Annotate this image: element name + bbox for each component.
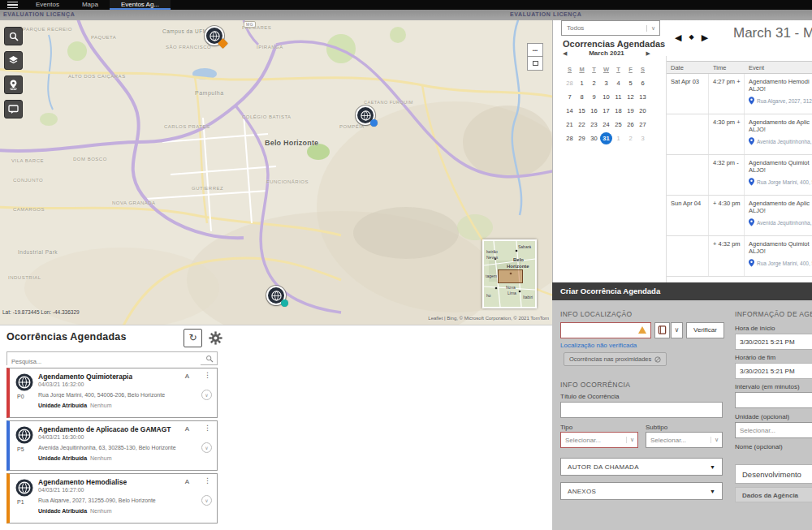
calendar-day-cell[interactable]: 12 bbox=[624, 91, 637, 103]
start-time-picker[interactable]: 3/30/2021 5:21 PM ∨ bbox=[735, 334, 812, 350]
occurrence-title: Agendamento Hemodialise bbox=[38, 478, 127, 486]
calendar-day-cell[interactable]: 26 bbox=[624, 118, 637, 131]
location-book-button[interactable] bbox=[654, 322, 670, 338]
calendar-day-cell[interactable]: 28 bbox=[564, 77, 576, 89]
location-dropdown-button[interactable]: ∨ bbox=[671, 322, 683, 338]
calendar-day-cell[interactable]: 27 bbox=[637, 118, 649, 131]
pin-icon bbox=[749, 259, 754, 267]
prev-range-icon[interactable]: ◀ bbox=[675, 32, 681, 43]
calendar-day-cell[interactable]: 14 bbox=[564, 105, 576, 117]
next-month-icon[interactable]: ▶ bbox=[646, 50, 650, 57]
attachments-section-toggle[interactable]: ANEXOS ▼ bbox=[560, 482, 723, 500]
calendar-day-cell[interactable]: 22 bbox=[576, 118, 588, 131]
agency-data-bar[interactable]: Dados da Agência bbox=[735, 487, 812, 502]
occurrence-title-input[interactable] bbox=[560, 402, 723, 418]
calendar-day-cell[interactable]: 31 bbox=[600, 132, 612, 144]
calendar-day-cell[interactable]: 11 bbox=[612, 91, 624, 103]
occurrence-card[interactable]: Agendamento Quimioterapia 04/03/21 16:32… bbox=[6, 368, 218, 418]
calendar-day-cell[interactable]: 9 bbox=[588, 91, 600, 103]
interval-input[interactable] bbox=[735, 392, 812, 408]
prev-month-icon[interactable]: ◀ bbox=[563, 50, 567, 57]
square-icon bbox=[533, 61, 538, 66]
calendar-day-cell[interactable]: 20 bbox=[637, 105, 649, 117]
calendar-day-cell[interactable]: 1 bbox=[576, 77, 588, 89]
event-time: + 4:32 pm bbox=[709, 236, 745, 276]
nav-tab[interactable]: Mapa bbox=[71, 0, 110, 10]
caller-section-toggle[interactable]: AUTOR DA CHAMADA ▼ bbox=[560, 458, 723, 476]
map-locate-button[interactable] bbox=[4, 75, 23, 94]
calendar-day-cell[interactable]: 21 bbox=[564, 118, 576, 131]
subtype-dropdown[interactable]: Selecionar... ∨ bbox=[646, 432, 723, 448]
nearby-occurrences-button[interactable]: Ocorrências nas proximidades bbox=[564, 352, 667, 366]
calendar-day-cell[interactable]: 30 bbox=[588, 132, 600, 144]
calendar-day-cell[interactable]: 15 bbox=[576, 105, 588, 117]
calendar-day-cell[interactable]: 8 bbox=[576, 91, 588, 103]
occurrence-map-marker[interactable] bbox=[356, 106, 375, 125]
overview-minimap[interactable]: Sabará beirão Neves Belo Horizonte tagem… bbox=[482, 239, 537, 308]
calendar-day-cell[interactable]: 17 bbox=[600, 105, 612, 117]
calendar-day-cell[interactable]: 18 bbox=[612, 105, 624, 117]
calendar-day-cell[interactable]: 28 bbox=[564, 132, 576, 144]
occurrence-title: Agendamento de Aplicacao de GAMAGT bbox=[38, 425, 171, 433]
calendar-day-cell[interactable]: 4 bbox=[612, 77, 624, 89]
location-not-verified-link[interactable]: Localização não verificada bbox=[560, 342, 637, 349]
map-place-label: Belo Horizonte bbox=[265, 139, 318, 147]
occurrence-card[interactable]: Agendamento de Aplicacao de GAMAGT 04/03… bbox=[6, 420, 218, 471]
verify-button[interactable]: Verificar bbox=[686, 322, 724, 338]
map-search-button[interactable] bbox=[4, 27, 23, 45]
calendar-day-cell[interactable]: 5 bbox=[624, 77, 637, 89]
calendar-day-cell[interactable]: 2 bbox=[588, 77, 600, 89]
occurrence-card[interactable]: Agendamento Hemodialise 04/03/21 16:27:0… bbox=[6, 473, 218, 524]
calendar-day-cell[interactable]: 6 bbox=[637, 77, 649, 89]
card-menu-icon[interactable]: ⋮ bbox=[204, 477, 211, 485]
occurrence-map-marker[interactable] bbox=[266, 286, 286, 305]
map-comment-button[interactable] bbox=[4, 100, 23, 118]
event-row[interactable]: + 4:32 pm Agendamento Quimiot ALJO! Rua … bbox=[667, 236, 812, 277]
calendar-day-cell[interactable]: 13 bbox=[637, 91, 649, 103]
calendar-day-cell[interactable]: 25 bbox=[612, 118, 624, 131]
refresh-button[interactable]: ↻ bbox=[184, 329, 202, 347]
card-expand-icon[interactable]: ∨ bbox=[201, 390, 212, 400]
search-input[interactable] bbox=[7, 355, 201, 368]
start-time-label: Hora de início bbox=[735, 325, 775, 332]
card-menu-icon[interactable]: ⋮ bbox=[204, 424, 211, 432]
calendar-day-cell[interactable]: 2 bbox=[624, 132, 637, 144]
calendar-day-cell[interactable]: 1 bbox=[612, 132, 624, 144]
event-row[interactable]: 4:32 pm - Agendamento Quimiot ALJO! Rua … bbox=[667, 155, 812, 196]
occurrence-globe-icon bbox=[15, 479, 33, 500]
calendar-day-cell[interactable]: 24 bbox=[600, 118, 612, 131]
card-expand-icon[interactable]: ∨ bbox=[201, 442, 212, 453]
type-dropdown[interactable]: Selecionar... ∨ bbox=[560, 432, 638, 448]
calendar-day-cell[interactable]: 19 bbox=[624, 105, 637, 117]
map-options-button[interactable]: ••• bbox=[527, 43, 543, 57]
calendar-day-cell[interactable]: 23 bbox=[588, 118, 600, 131]
settings-button[interactable] bbox=[206, 329, 225, 347]
development-section-bar[interactable]: Desenvolvimento bbox=[735, 464, 812, 484]
event-row[interactable]: 4:30 pm + Agendamento de Aplic ALJO! Ave… bbox=[667, 114, 812, 155]
calendar-day-cell[interactable]: 16 bbox=[588, 105, 600, 117]
today-icon[interactable]: ◆ bbox=[689, 32, 693, 43]
calendar-day-cell[interactable]: 29 bbox=[576, 132, 588, 144]
calendar-day-cell[interactable]: 3 bbox=[637, 132, 649, 144]
calendar-day-cell[interactable]: 10 bbox=[600, 91, 612, 103]
event-address: Rua Algarve, 2027, 3125 bbox=[757, 98, 812, 104]
next-range-icon[interactable]: ▶ bbox=[702, 32, 708, 43]
nav-tab[interactable]: Eventos Ag... bbox=[110, 0, 171, 10]
card-expand-icon[interactable]: ∨ bbox=[201, 495, 212, 506]
event-row[interactable]: Sun Apr 04 + 4:30 pm Agendamento de Apli… bbox=[667, 196, 812, 236]
map-layers-button[interactable] bbox=[4, 51, 23, 70]
hamburger-menu-icon[interactable] bbox=[0, 0, 24, 10]
end-time-picker[interactable]: 3/30/2021 5:21 PM ∨ bbox=[735, 363, 812, 379]
calendar-day-cell[interactable]: 3 bbox=[600, 77, 612, 89]
occurrence-map-marker[interactable] bbox=[205, 26, 224, 45]
nav-tab[interactable]: Eventos bbox=[24, 0, 71, 10]
event-row[interactable]: Sat Apr 03 4:27 pm + Agendamento Hemodi … bbox=[667, 74, 812, 114]
card-menu-icon[interactable]: ⋮ bbox=[204, 372, 211, 379]
minimap-viewport-rect[interactable] bbox=[498, 269, 523, 283]
address-book-icon bbox=[658, 325, 667, 334]
map-layers-toggle-button[interactable] bbox=[527, 57, 543, 71]
unit-dropdown[interactable]: Selecionar... bbox=[735, 422, 812, 438]
calendar-day-cell[interactable]: 7 bbox=[564, 91, 576, 103]
filter-dropdown[interactable]: Todos ∨ bbox=[561, 20, 660, 36]
map-canvas[interactable]: PARQUE RECREIO PAQUETA Campus da UFMG SÃ… bbox=[0, 20, 552, 325]
